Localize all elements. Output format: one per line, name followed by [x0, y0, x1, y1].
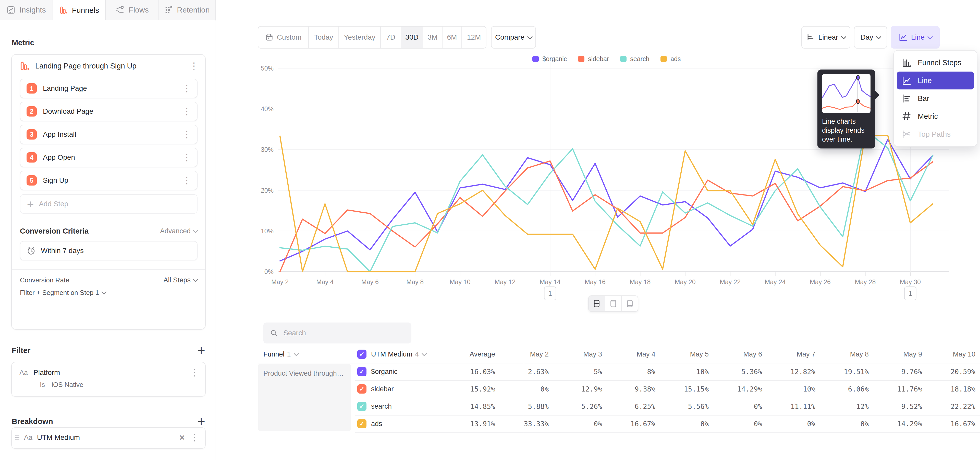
column-header-may-10[interactable]: May 10	[925, 345, 975, 363]
series-line-organic	[280, 139, 933, 261]
tab-funnels[interactable]: Funnels	[53, 0, 106, 21]
breakdown-table: Funnel1✓UTM Medium4AverageMay 2May 3May …	[258, 345, 980, 434]
funnel-steps-icon	[901, 58, 912, 68]
range-7d[interactable]: 7D	[381, 27, 401, 48]
tab-label: Flows	[129, 6, 148, 14]
step-kebab-menu[interactable]: ⋮	[182, 176, 191, 185]
row-checkbox[interactable]: ✓	[357, 419, 366, 428]
menu-item-metric[interactable]: Metric	[897, 107, 974, 125]
advanced-dropdown[interactable]: Advanced	[160, 227, 197, 235]
menu-item-funnel-steps[interactable]: Funnel Steps	[897, 54, 974, 72]
svg-text:May 30: May 30	[900, 278, 921, 286]
range-3m[interactable]: 3M	[423, 27, 442, 48]
add-step-label: Add Step	[39, 200, 68, 208]
funnel-step-card[interactable]: 1Landing Page⋮	[20, 79, 197, 98]
range-yesterday[interactable]: Yesterday	[339, 27, 381, 48]
add-filter-button[interactable]: +	[197, 344, 206, 356]
funnel-step-card[interactable]: 4App Open⋮	[20, 148, 197, 167]
table-search-input[interactable]: Search	[263, 323, 411, 343]
search-icon	[270, 329, 278, 337]
svg-text:30%: 30%	[261, 146, 274, 153]
column-header-may-7[interactable]: May 7	[765, 345, 815, 363]
cell-average: 16.03%	[445, 363, 495, 380]
breakdown-column-header[interactable]: ✓UTM Medium4	[357, 345, 426, 363]
all-steps-dropdown[interactable]: All Steps	[163, 276, 197, 284]
cell-value: 5.26%	[552, 398, 602, 415]
step-label: Sign Up	[43, 176, 176, 185]
range-custom[interactable]: Custom	[258, 27, 309, 48]
column-header-may-5[interactable]: May 5	[659, 345, 709, 363]
interval-label: Day	[861, 33, 873, 42]
filter-heading: Filter	[12, 346, 197, 355]
step-kebab-menu[interactable]: ⋮	[182, 107, 191, 116]
compare-button[interactable]: Compare	[491, 26, 536, 49]
filter-kebab-menu[interactable]: ⋮	[190, 368, 199, 377]
range-6m[interactable]: 6M	[442, 27, 462, 48]
svg-text:May 26: May 26	[810, 278, 831, 286]
add-breakdown-button[interactable]: +	[197, 415, 206, 428]
breakdown-property-name[interactable]: UTM Medium	[37, 433, 174, 442]
cell-value: 12.82%	[765, 363, 815, 380]
step-kebab-menu[interactable]: ⋮	[182, 153, 191, 162]
metric-kebab-menu[interactable]: ⋮	[189, 61, 199, 70]
search-placeholder: Search	[283, 329, 306, 337]
cell-value: 10%	[659, 363, 709, 380]
linear-scale-icon	[806, 33, 815, 42]
all-steps-label: All Steps	[163, 276, 191, 284]
range-label: 12M	[467, 33, 481, 42]
range-label: Today	[314, 33, 333, 42]
column-header-may-4[interactable]: May 4	[605, 345, 655, 363]
column-header-average[interactable]: Average	[445, 345, 495, 363]
tab-retention[interactable]: Retention	[159, 0, 215, 20]
cell-value: 9.38%	[605, 380, 655, 398]
scale-dropdown-button[interactable]: Linear	[801, 26, 850, 49]
funnel-step-card[interactable]: 5Sign Up⋮	[20, 171, 197, 190]
chart-type-dropdown-button[interactable]: Line	[891, 26, 940, 49]
breakdown-kebab-menu[interactable]: ⋮	[190, 433, 199, 442]
select-all-checkbox[interactable]: ✓	[357, 350, 366, 359]
filter-segment-dropdown[interactable]: Filter + Segment on Step 1	[20, 289, 197, 297]
conversion-window-button[interactable]: Within 7 days	[20, 241, 197, 260]
step-kebab-menu[interactable]: ⋮	[182, 84, 191, 93]
remove-breakdown-icon[interactable]: ✕	[179, 433, 185, 442]
add-step-button[interactable]: + Add Step	[20, 194, 197, 214]
calendar-icon	[265, 33, 273, 42]
row-checkbox[interactable]: ✓	[357, 402, 366, 411]
svg-text:May 22: May 22	[720, 278, 741, 286]
menu-item-top-paths[interactable]: Top Paths	[897, 125, 974, 143]
menu-item-bar[interactable]: Bar	[897, 89, 974, 107]
funnel-column-header[interactable]: Funnel1	[263, 345, 298, 363]
tab-insights[interactable]: Insights	[0, 0, 53, 20]
row-checkbox[interactable]: ✓	[357, 367, 366, 376]
filter-value[interactable]: iOS Native	[52, 381, 83, 389]
filter-property-name[interactable]: Platform	[33, 369, 184, 377]
funnel-step-card[interactable]: 3App Install⋮	[20, 125, 197, 144]
drag-handle-icon[interactable]	[15, 436, 19, 439]
svg-text:0%: 0%	[264, 268, 274, 275]
column-header-may-8[interactable]: May 8	[819, 345, 869, 363]
column-header-may-6[interactable]: May 6	[712, 345, 762, 363]
plus-icon: +	[27, 199, 34, 209]
cell-value: 11.11%	[765, 398, 815, 415]
menu-item-line[interactable]: Line	[897, 72, 974, 89]
filter-operator[interactable]: Is	[40, 381, 45, 389]
cell-value: 0%	[819, 415, 869, 433]
row-checkbox[interactable]: ✓	[357, 384, 366, 394]
range-30d[interactable]: 30D	[401, 27, 423, 48]
step-label: App Open	[43, 153, 176, 161]
cell-value: 18.18%	[925, 380, 975, 398]
range-12m[interactable]: 12M	[462, 27, 486, 48]
funnel-name-cell[interactable]: Product Viewed through P...	[258, 364, 351, 431]
filter-card: Aa Platform ⋮ Is iOS Native	[11, 362, 206, 397]
column-header-may-3[interactable]: May 3	[552, 345, 602, 363]
tab-flows[interactable]: Flows	[106, 0, 159, 20]
interval-dropdown-button[interactable]: Day	[854, 26, 887, 49]
column-header-may-9[interactable]: May 9	[872, 345, 922, 363]
range-today[interactable]: Today	[309, 27, 339, 48]
funnel-step-card[interactable]: 2Download Page⋮	[20, 102, 197, 121]
cell-value: 10%	[765, 380, 815, 398]
step-kebab-menu[interactable]: ⋮	[182, 130, 191, 139]
svg-text:May 12: May 12	[495, 278, 515, 286]
cell-value: 0%	[712, 398, 762, 415]
breakdown-section-header: Breakdown +	[12, 415, 206, 428]
